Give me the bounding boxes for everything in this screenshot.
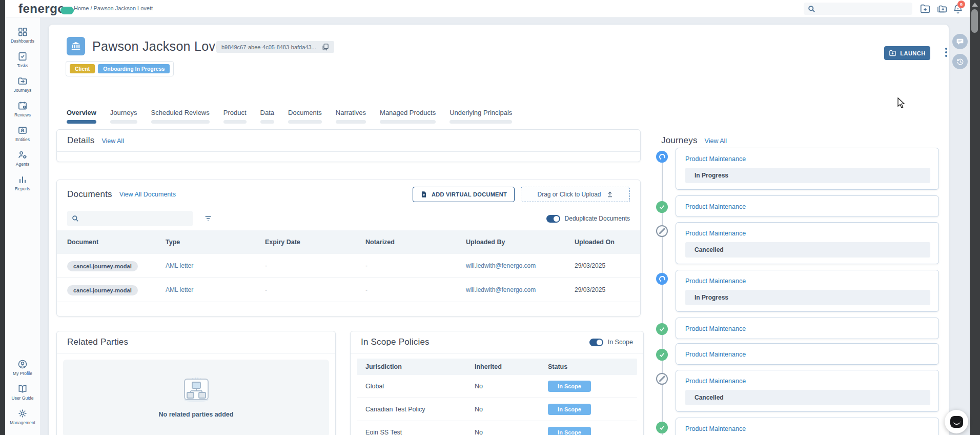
filter-icon[interactable] bbox=[204, 214, 212, 223]
sidebar-label: Tasks bbox=[17, 63, 28, 68]
tab-underlying-principals[interactable]: Underlying Principals bbox=[450, 109, 512, 124]
journey-cancelled-icon bbox=[656, 225, 668, 237]
document-name-pill[interactable]: cancel-journey-modal bbox=[67, 261, 138, 271]
policy-jurisdiction: Canadian Test Policy bbox=[365, 406, 475, 413]
journey-name-link[interactable]: Product Maintenance bbox=[685, 425, 930, 432]
tab-documents[interactable]: Documents bbox=[288, 109, 322, 124]
in-scope-toggle-label: In Scope bbox=[608, 339, 633, 346]
tab-product[interactable]: Product bbox=[223, 109, 247, 124]
policy-row[interactable]: Canadian Test Policy No In Scope bbox=[357, 398, 637, 421]
add-folder-icon[interactable] bbox=[920, 3, 931, 14]
copy-icon[interactable] bbox=[321, 43, 329, 51]
journey-name-link[interactable]: Product Maintenance bbox=[685, 203, 930, 210]
journeys-title: Journeys bbox=[661, 135, 698, 146]
col-inherited: Inherited bbox=[475, 363, 548, 370]
tab-label: Scheduled Reviews bbox=[151, 109, 210, 116]
add-virtual-document-label: ADD VIRTUAL DOCUMENT bbox=[432, 191, 507, 197]
journey-name-link[interactable]: Product Maintenance bbox=[685, 230, 930, 237]
sidebar-item-agents[interactable]: Agents bbox=[5, 150, 40, 167]
sidebar-item-reviews[interactable]: Reviews bbox=[5, 101, 40, 117]
documents-view-all-link[interactable]: View All Documents bbox=[119, 191, 176, 198]
upload-dropzone-button[interactable]: Drag or Click to Upload bbox=[521, 187, 630, 202]
deduplicate-label: Deduplicate Documents bbox=[565, 215, 630, 222]
policy-row[interactable]: Global No In Scope bbox=[357, 375, 637, 398]
journey-card[interactable]: Product Maintenance In Progress bbox=[676, 148, 939, 190]
journeys-icon bbox=[17, 76, 28, 86]
related-parties-empty-text: No related parties added bbox=[159, 411, 234, 418]
deduplicate-toggle[interactable] bbox=[546, 215, 560, 223]
journey-card[interactable]: Product Maintenance bbox=[676, 318, 939, 339]
window-edge bbox=[0, 0, 5, 435]
global-search-input[interactable] bbox=[819, 5, 906, 12]
col-notarized: Notarized bbox=[365, 239, 466, 246]
add-virtual-document-button[interactable]: ADD VIRTUAL DOCUMENT bbox=[413, 187, 515, 202]
journey-card[interactable]: Product Maintenance Cancelled bbox=[676, 370, 939, 412]
tab-label: Product bbox=[223, 109, 247, 116]
documents-search[interactable] bbox=[67, 211, 193, 226]
org-chart-empty-icon bbox=[176, 369, 216, 406]
journey-card[interactable]: Product Maintenance bbox=[676, 418, 939, 435]
document-row[interactable]: cancel-journey-modal AML letter - - will… bbox=[57, 278, 640, 302]
tab-label: Documents bbox=[288, 109, 322, 116]
sidebar-item-dashboards[interactable]: Dashboards bbox=[5, 27, 40, 44]
journey-card[interactable]: Product Maintenance Cancelled bbox=[676, 222, 939, 264]
sidebar-item-reports[interactable]: Reports bbox=[5, 174, 40, 191]
folders-icon[interactable] bbox=[936, 3, 947, 14]
sidebar-item-entities[interactable]: Entities bbox=[5, 125, 40, 142]
sidebar-label: Management bbox=[10, 420, 35, 425]
journeys-view-all-link[interactable]: View All bbox=[705, 137, 727, 145]
journey-card[interactable]: Product Maintenance In Progress bbox=[676, 270, 939, 312]
tab-label: Underlying Principals bbox=[450, 109, 512, 116]
journey-name-link[interactable]: Product Maintenance bbox=[685, 351, 930, 358]
toggle-knob bbox=[554, 216, 559, 222]
entity-id-badge: b9849c67-abee-4c05-8483-bafda43... bbox=[216, 41, 334, 53]
more-options-kebab[interactable] bbox=[942, 48, 950, 59]
journey-card[interactable]: Product Maintenance bbox=[676, 343, 939, 365]
tab-narratives[interactable]: Narratives bbox=[336, 109, 366, 124]
in-scope-badge: In Scope bbox=[548, 404, 591, 415]
history-float-button[interactable] bbox=[952, 54, 968, 69]
journey-name-link[interactable]: Product Maintenance bbox=[685, 378, 930, 385]
col-status: Status bbox=[548, 363, 630, 370]
chat-widget-button[interactable] bbox=[945, 410, 968, 433]
scrollbar-thumb[interactable] bbox=[971, 9, 978, 33]
tab-label: Data bbox=[260, 109, 274, 116]
tab-underline bbox=[380, 120, 436, 124]
global-search[interactable] bbox=[804, 3, 912, 15]
tab-underline bbox=[151, 120, 210, 124]
upload-icon bbox=[606, 191, 614, 198]
sidebar-item-journeys[interactable]: Journeys bbox=[5, 76, 40, 93]
in-scope-toggle[interactable] bbox=[589, 339, 603, 346]
comments-float-button[interactable] bbox=[952, 34, 968, 49]
tasks-icon bbox=[17, 51, 28, 62]
sidebar-item-my-profile[interactable]: My Profile bbox=[5, 359, 40, 376]
documents-search-input[interactable] bbox=[82, 215, 185, 222]
documents-table-header: Document Type Expiry Date Notarized Uplo… bbox=[57, 230, 640, 254]
launch-button[interactable]: LAUNCH bbox=[884, 46, 930, 60]
launch-label: LAUNCH bbox=[900, 50, 925, 56]
journey-name-link[interactable]: Product Maintenance bbox=[685, 278, 930, 285]
tab-managed-products[interactable]: Managed Products bbox=[380, 109, 436, 124]
journey-card[interactable]: Product Maintenance bbox=[676, 195, 939, 217]
breadcrumb[interactable]: Home / Pawson Jackson Lovett bbox=[74, 5, 153, 11]
policy-row[interactable]: Eoin SS Test No In Scope bbox=[357, 421, 637, 435]
sidebar-item-user-guide[interactable]: User Guide bbox=[5, 384, 40, 401]
sidebar-label: Reports bbox=[15, 186, 30, 191]
logo-text: fenergo bbox=[18, 2, 66, 15]
scrollbar-up-arrow[interactable] bbox=[972, 3, 978, 7]
fenergo-logo[interactable]: fenergo bbox=[18, 2, 66, 16]
tab-underline bbox=[67, 120, 96, 124]
details-view-all-link[interactable]: View All bbox=[101, 137, 124, 145]
journey-name-link[interactable]: Product Maintenance bbox=[685, 155, 930, 163]
tab-journeys[interactable]: Journeys bbox=[110, 109, 137, 124]
journey-name-link[interactable]: Product Maintenance bbox=[685, 325, 930, 332]
document-row[interactable]: cancel-journey-modal AML letter - - will… bbox=[57, 254, 640, 278]
tab-scheduled-reviews[interactable]: Scheduled Reviews bbox=[151, 109, 210, 124]
sidebar-item-management[interactable]: Management bbox=[5, 408, 40, 425]
sidebar-item-tasks[interactable]: Tasks bbox=[5, 51, 40, 68]
tab-data[interactable]: Data bbox=[260, 109, 274, 124]
document-name-pill[interactable]: cancel-journey-modal bbox=[67, 285, 138, 295]
tab-overview[interactable]: Overview bbox=[67, 109, 96, 124]
page-scrollbar[interactable] bbox=[970, 0, 980, 435]
tab-underline bbox=[110, 120, 137, 124]
